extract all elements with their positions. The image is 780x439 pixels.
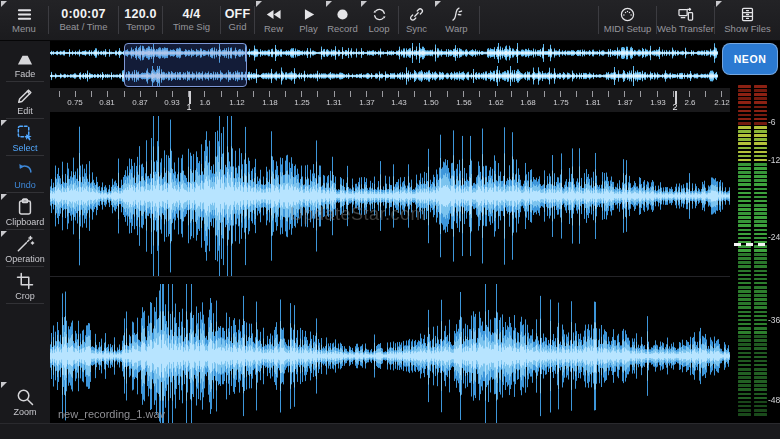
- meter-segment: [738, 163, 751, 166]
- sync-icon: [408, 6, 425, 23]
- timeline-ruler[interactable]: 0.750.810.870.931.61.121.181.251.311.371…: [50, 88, 730, 112]
- meter-segment: [738, 138, 751, 141]
- ruler-label: 1.12: [229, 98, 245, 107]
- meter-segment: [754, 208, 767, 211]
- sidebar-item-undo[interactable]: Undo: [0, 156, 50, 193]
- meter-segment: [738, 233, 751, 236]
- meter-segment: [738, 380, 751, 383]
- rew-button[interactable]: Rew: [255, 0, 292, 40]
- sidebar-item-clipboard[interactable]: Clipboard: [0, 193, 50, 230]
- sidebar-item-fade-label: Fade: [15, 70, 36, 79]
- meter-segment: [738, 155, 751, 158]
- record-icon: [334, 6, 351, 23]
- warp-button[interactable]: Warp: [434, 0, 479, 40]
- ruler-tick: [204, 91, 205, 97]
- meter-segment: [754, 224, 767, 227]
- meter-segment: [738, 282, 751, 285]
- sidebar-item-edit[interactable]: Edit: [0, 82, 50, 119]
- meter-segment: [738, 237, 751, 240]
- field-time-sig-value: 4/4: [183, 8, 201, 21]
- sidebar-item-crop-label: Crop: [15, 292, 35, 301]
- clipboard-icon: [15, 197, 35, 217]
- ruler-tick: [334, 91, 335, 97]
- meter-segment: [738, 315, 751, 318]
- meter-segment: [754, 380, 767, 383]
- meter-segment: [754, 372, 767, 375]
- meter-segment: [738, 200, 751, 203]
- neon-button[interactable]: NEON: [722, 43, 778, 75]
- sidebar-item-crop[interactable]: Crop: [0, 267, 50, 304]
- show-files-button[interactable]: Show Files: [715, 0, 780, 40]
- meter-segment: [738, 343, 751, 346]
- field-beat-time-value: 0:00:07: [61, 8, 106, 21]
- main-waveform-area[interactable]: UpdateStar.com new_recording_1.wav: [50, 112, 730, 423]
- ruler-tick: [608, 91, 609, 97]
- ruler-tick: [560, 91, 561, 97]
- ruler-tick: [366, 91, 367, 97]
- meter-segment: [738, 290, 751, 293]
- ruler-tick: [495, 91, 496, 97]
- meter-segment: [754, 306, 767, 309]
- meter-segment: [738, 204, 751, 207]
- loop-button[interactable]: Loop: [360, 0, 398, 40]
- ruler-tick: [576, 91, 577, 97]
- record-label: Record: [327, 24, 358, 34]
- meter-segment: [754, 298, 767, 301]
- web-transfer-button[interactable]: Web Transfer: [657, 0, 714, 40]
- menu-icon: [16, 6, 33, 23]
- rewind-icon: [265, 6, 282, 23]
- meter-segment: [754, 270, 767, 273]
- ruler-tick: [705, 91, 706, 97]
- meter-segment: [754, 376, 767, 379]
- meter-segment: [738, 335, 751, 338]
- sidebar-item-operation[interactable]: Operation: [0, 230, 50, 267]
- meter-segment: [738, 331, 751, 334]
- meter-segment: [754, 179, 767, 182]
- field-grid[interactable]: OFFGrid: [221, 0, 254, 40]
- peak-hold-line: [734, 243, 768, 246]
- meter-segment: [754, 142, 767, 145]
- overview-selection-box[interactable]: [124, 43, 247, 87]
- warp-icon: [448, 6, 465, 23]
- ruler-label: 1.43: [391, 98, 407, 107]
- sidebar-spacer: [0, 304, 50, 381]
- ruler-tick: [624, 91, 625, 97]
- meter-segment: [738, 183, 751, 186]
- meter-segment: [754, 356, 767, 359]
- sidebar-item-zoom[interactable]: Zoom: [0, 381, 50, 423]
- sidebar-item-select[interactable]: Select: [0, 119, 50, 156]
- meter-segment: [754, 114, 767, 117]
- ruler-tick: [689, 91, 690, 97]
- meter-segment: [738, 352, 751, 355]
- meter-segment: [754, 220, 767, 223]
- ruler-tick: [592, 91, 593, 97]
- sync-button[interactable]: Sync: [399, 0, 434, 40]
- ruler-tick: [269, 91, 270, 97]
- field-beat-time[interactable]: 0:00:07Beat / Time: [49, 0, 118, 40]
- meter-segment: [754, 261, 767, 264]
- menu-button[interactable]: Menu: [0, 0, 48, 40]
- meter-segment: [738, 294, 751, 297]
- ruler-tick: [285, 91, 286, 97]
- long-press-indicator: [256, 1, 262, 7]
- meter-scale-label: -48: [768, 395, 780, 405]
- record-button[interactable]: Record: [325, 0, 360, 40]
- play-button[interactable]: Play: [292, 0, 325, 40]
- meter-segment: [738, 249, 751, 252]
- overview-waveform[interactable]: [50, 40, 718, 88]
- ruler-label: 0.93: [164, 98, 180, 107]
- midi-setup-button[interactable]: MIDI Setup: [599, 0, 656, 40]
- long-press-indicator: [326, 1, 332, 7]
- meter-segment: [754, 388, 767, 391]
- meter-segment: [738, 147, 751, 150]
- meter-segment: [754, 265, 767, 268]
- ruler-tick: [479, 91, 480, 97]
- sidebar-item-fade[interactable]: Fade: [0, 45, 50, 82]
- meter-segment: [754, 118, 767, 121]
- meter-segment: [738, 372, 751, 375]
- field-tempo[interactable]: 120.0Tempo: [119, 0, 162, 40]
- meter-segment: [754, 188, 767, 191]
- meter-segment: [738, 388, 751, 391]
- field-time-sig[interactable]: 4/4Time Sig: [163, 0, 220, 40]
- ruler-tick: [382, 91, 383, 97]
